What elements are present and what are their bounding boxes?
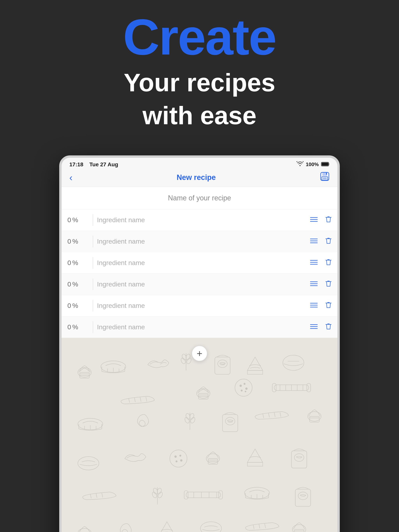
table-row: 0 % Ingredient name (62, 295, 337, 317)
svg-point-55 (241, 390, 242, 391)
table-row: 0 % Ingredient name (62, 252, 337, 274)
ingredient-name-input-1[interactable]: Ingredient name (97, 238, 310, 245)
wifi-icon (296, 161, 303, 168)
svg-point-36 (180, 357, 186, 365)
row-divider (93, 321, 93, 333)
svg-point-116 (298, 492, 308, 500)
svg-point-103 (157, 491, 163, 499)
svg-rect-5 (323, 177, 327, 179)
svg-point-83 (78, 457, 99, 470)
ingredient-name-input-4[interactable]: Ingredient name (97, 302, 310, 310)
hero-title: Create (0, 12, 399, 62)
ingredient-list: 0 % Ingredient name (62, 209, 337, 338)
delete-icon-2[interactable] (325, 259, 332, 267)
nav-save-button[interactable] (320, 171, 330, 183)
svg-point-39 (218, 360, 227, 367)
menu-icon-5[interactable] (310, 323, 318, 331)
pattern-area: + (62, 338, 337, 532)
ingredient-name-input-0[interactable]: Ingredient name (97, 216, 310, 224)
svg-point-51 (235, 379, 252, 396)
delete-icon-1[interactable] (325, 237, 332, 246)
bakery-pattern (62, 338, 337, 532)
ingredient-value-3[interactable]: 0 % (67, 280, 89, 288)
svg-point-72 (184, 417, 190, 424)
hero-subtitle: Your recipes with ease (0, 66, 399, 132)
svg-point-54 (245, 388, 247, 390)
row-divider (93, 279, 93, 290)
svg-line-122 (253, 525, 254, 529)
svg-line-97 (96, 494, 97, 498)
delete-icon-0[interactable] (325, 216, 332, 224)
nav-back-button[interactable]: ‹ (69, 172, 72, 183)
svg-point-85 (174, 456, 176, 458)
svg-line-78 (274, 413, 275, 417)
row-divider (93, 257, 93, 269)
row-divider (93, 236, 93, 247)
recipe-content: Name of your recipe 0 % Ingredient name (62, 187, 337, 338)
svg-point-88 (176, 461, 177, 462)
svg-line-76 (263, 414, 264, 418)
svg-line-79 (280, 412, 281, 417)
svg-point-102 (151, 491, 157, 499)
svg-point-41 (283, 355, 304, 371)
svg-point-53 (244, 383, 245, 385)
svg-point-37 (186, 357, 192, 365)
svg-point-121 (200, 522, 221, 532)
table-row: 0 % Ingredient name (62, 231, 337, 252)
svg-rect-74 (223, 415, 238, 432)
nav-bar: ‹ New recipe (62, 170, 337, 187)
menu-icon-3[interactable] (310, 280, 318, 288)
svg-line-98 (102, 493, 103, 498)
svg-point-52 (240, 385, 242, 387)
menu-icon-2[interactable] (310, 259, 318, 266)
row-divider (93, 300, 93, 311)
svg-rect-38 (215, 357, 230, 374)
svg-line-45 (140, 397, 141, 402)
recipe-name-input[interactable]: Name of your recipe (62, 187, 337, 209)
svg-point-86 (180, 455, 181, 456)
menu-icon-0[interactable] (310, 216, 318, 224)
delete-icon-3[interactable] (325, 280, 332, 289)
menu-icon-1[interactable] (310, 238, 318, 245)
nav-title: New recipe (177, 173, 216, 182)
svg-line-124 (264, 524, 265, 528)
ingredient-name-input-2[interactable]: Ingredient name (97, 259, 310, 266)
delete-icon-4[interactable] (325, 301, 332, 310)
battery-pct: 100% (306, 161, 319, 167)
battery-icon (321, 161, 330, 168)
svg-rect-94 (291, 451, 307, 468)
svg-line-96 (90, 494, 91, 499)
svg-rect-126 (294, 529, 304, 532)
svg-line-43 (129, 398, 129, 403)
status-right: 100% (296, 161, 330, 168)
svg-rect-6 (326, 173, 327, 175)
hero-section: Create Your recipes with ease (0, 0, 399, 144)
svg-point-84 (170, 450, 187, 467)
ipad-frame: 17:18 Tue 27 Aug 100% (59, 155, 340, 532)
status-time-date: 17:18 Tue 27 Aug (69, 161, 118, 168)
svg-rect-1 (322, 163, 328, 166)
ingredient-name-input-5[interactable]: Ingredient name (97, 323, 310, 331)
ingredient-value-5[interactable]: 0 % (67, 323, 89, 331)
status-time: 17:18 (69, 161, 83, 167)
delete-icon-5[interactable] (325, 323, 332, 331)
ingredient-name-input-3[interactable]: Ingredient name (97, 280, 310, 288)
svg-point-73 (190, 417, 196, 424)
add-ingredient-button[interactable]: + (192, 346, 207, 361)
ingredient-value-4[interactable]: 0 % (67, 302, 89, 310)
ingredient-value-0[interactable]: 0 % (67, 216, 89, 224)
status-date: Tue 27 Aug (90, 161, 118, 167)
svg-line-123 (259, 524, 260, 528)
svg-line-77 (269, 413, 270, 418)
ingredient-value-2[interactable]: 0 % (67, 259, 89, 266)
svg-line-46 (146, 397, 147, 402)
ingredient-value-1[interactable]: 0 % (67, 238, 89, 245)
menu-icon-4[interactable] (310, 302, 318, 310)
table-row: 0 % Ingredient name (62, 209, 337, 231)
svg-rect-115 (295, 489, 311, 507)
status-bar: 17:18 Tue 27 Aug 100% (62, 158, 337, 170)
svg-line-44 (135, 398, 135, 402)
table-row: 0 % Ingredient name (62, 274, 337, 295)
device-wrapper: 17:18 Tue 27 Aug 100% (0, 155, 399, 532)
svg-rect-104 (186, 492, 220, 498)
